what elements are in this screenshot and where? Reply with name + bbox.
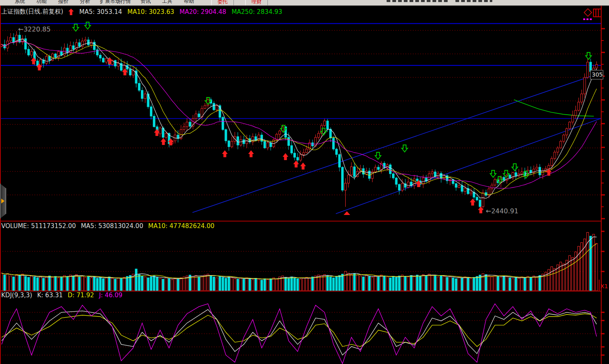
dots-icon [586,18,589,20]
sell-arrow-icon [73,24,79,31]
kdj-j-value: J: 46.09 [99,292,122,299]
buy-arrow-icon [122,68,128,75]
ma5-value: MA5: 3053.14 [79,8,122,16]
ma250-value: MA250: 2834.93 [231,8,282,16]
menubar: 系统 功能 报价 分析 扩展市场行情 资讯 工具 帮助 委托 理财 [0,0,609,6]
menu-item-quotes[interactable]: 报价 [52,0,74,6]
volume-pane-layer [1,233,598,291]
sell-arrow-icon [375,152,381,159]
buy-arrow-icon [283,153,288,160]
kdj-d-value: D: 71.92 [68,292,94,299]
menu-item-news[interactable]: 资讯 [135,0,156,6]
last-price-tag: 305 [590,70,603,79]
buy-arrow-icon [222,150,228,157]
kdj-pane-header: KDJ(9,3,3) K: 63.31 D: 71.92 J: 46.09 [1,292,122,299]
menu-item-tools[interactable]: 工具 [156,0,178,6]
sell-arrow-icon [586,52,591,59]
sell-arrow-icon [512,164,518,171]
kdj-pane-layer [2,304,597,364]
volume-value: VOLUME: 511173152.00 [1,222,76,230]
pane-tool-icons [583,9,601,20]
sidebar-expand-handle[interactable] [0,183,6,219]
ma20-value: MA20: 2904.48 [179,8,226,16]
red-up-arrow-icon [68,9,74,15]
trough-price-label: ←2440.91 [486,207,518,215]
borders-axis-layer [0,6,605,364]
zoom-x1-label: X1 [600,283,608,289]
ma10-value: MA10: 3023.63 [127,8,174,16]
low-marker-icon [344,211,350,215]
kdj-k-line [2,310,597,355]
buy-arrow-icon [300,163,306,170]
symbol-title: 上证指数(日线.前复权) [1,8,63,16]
buy-arrow-icon [248,150,254,157]
menu-item-help[interactable]: 帮助 [178,0,200,6]
volume-pane-header: VOLUME: 511173152.00 MA5: 530813024.00 M… [1,222,215,230]
gridlines-layer [0,24,601,355]
menu-item-function[interactable]: 功能 [31,0,52,6]
menu-item-system[interactable]: 系统 [9,0,31,6]
sell-arrow-icon [402,145,408,152]
kdj-k-value: K: 63.31 [37,292,63,299]
diamond-icon [584,9,591,16]
kdj-d-line [2,314,597,346]
candlesticks [1,31,598,209]
buy-arrow-icon [161,138,166,145]
trading-app-window: { "menubar": { "items": ["系统","功能","报价",… [0,0,609,364]
volume-ma5-value: MA5: 530813024.00 [81,222,143,230]
menu-item-ext-market[interactable]: 扩展市场行情 [96,0,135,6]
dots-icon [583,18,585,20]
sell-arrow-icon [85,22,91,29]
kdj-name: KDJ(9,3,3) [1,292,32,299]
wealth-button[interactable]: 理财 [245,0,268,6]
split-window-icon [593,9,601,17]
menu-item-analysis[interactable]: 分析 [74,0,96,6]
dots-icon [590,18,592,20]
trade-button[interactable]: 委托 [211,0,234,6]
sell-arrow-icon [490,170,496,177]
chart-canvas[interactable] [0,0,609,364]
buy-arrow-icon [470,199,475,206]
menubar-illegible-text-2 [455,0,492,2]
peak-price-label: ←3220.85 [18,25,51,33]
volume-ma10-value: MA10: 477482624.00 [148,222,215,230]
price-pane-header: 上证指数(日线.前复权) MA5: 3053.14 MA10: 3023.63 … [1,8,282,16]
kdj-j-line [2,304,597,364]
menubar-illegible-text [387,0,448,2]
expand-arrow-icon [1,199,5,203]
buy-arrow-icon [293,161,299,167]
